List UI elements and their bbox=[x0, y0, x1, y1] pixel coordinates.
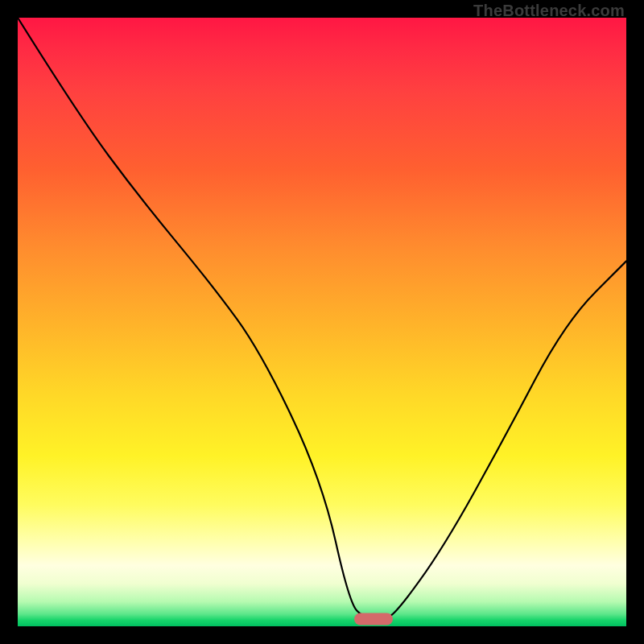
optimal-marker bbox=[354, 613, 393, 625]
curve-layer bbox=[18, 18, 626, 626]
chart-frame: TheBottleneck.com bbox=[0, 0, 644, 644]
bottleneck-curve bbox=[18, 18, 626, 618]
plot-area bbox=[18, 18, 626, 626]
